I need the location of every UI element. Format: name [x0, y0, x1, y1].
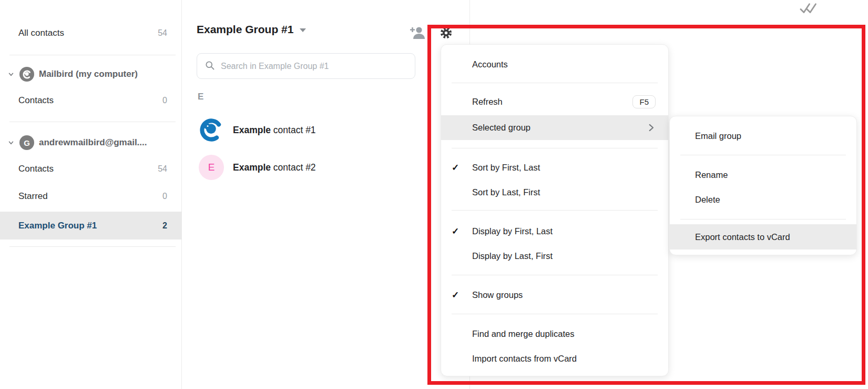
- submenu-item-rename[interactable]: Rename: [670, 162, 856, 187]
- separator: [452, 314, 658, 314]
- gear-icon[interactable]: [440, 26, 453, 42]
- divider: [9, 246, 176, 247]
- contact-row-example-1[interactable]: Example contact #1: [192, 113, 434, 147]
- google-account-avatar: G: [19, 135, 34, 150]
- menu-item-display-first-last[interactable]: ✓ Display by First, Last: [441, 218, 668, 244]
- contact-rest-name: contact #1: [271, 125, 316, 135]
- avatar-initial: E: [208, 162, 215, 173]
- sidebar-item-contacts-gmail[interactable]: Contacts 54: [0, 157, 182, 181]
- menu-label: Accounts: [472, 59, 508, 69]
- separator: [680, 155, 846, 155]
- menu-label: Sort by Last, First: [472, 187, 540, 197]
- account-name: andrewmailbird@gmail....: [39, 137, 147, 148]
- contacts-count: 0: [162, 96, 167, 105]
- dropdown-arrow-icon: [300, 28, 306, 32]
- sidebar-account-gmail[interactable]: G andrewmailbird@gmail....: [0, 131, 182, 155]
- menu-label: Refresh: [472, 97, 503, 107]
- sidebar: All contacts 54 Mailbird (my computer) C…: [0, 0, 182, 389]
- menu-label: Display by Last, First: [472, 251, 553, 261]
- menu-item-display-last-first[interactable]: Display by Last, First: [441, 243, 668, 268]
- chevron-right-icon: [647, 123, 656, 132]
- sidebar-account-mailbird[interactable]: Mailbird (my computer): [0, 62, 182, 86]
- submenu-item-email-group[interactable]: Email group: [670, 123, 856, 148]
- contacts-count: 54: [158, 164, 167, 174]
- menu-item-show-groups[interactable]: ✓ Show groups: [441, 282, 668, 307]
- contact-first-name: Example: [233, 125, 271, 135]
- contact-first-name: Example: [233, 162, 271, 173]
- menu-label: Import contacts from vCard: [472, 354, 577, 364]
- contacts-label: Contacts: [18, 164, 54, 174]
- check-icon: ✓: [452, 162, 472, 173]
- search-icon: [205, 60, 215, 73]
- group-count: 2: [162, 221, 167, 231]
- menu-item-accounts[interactable]: Accounts: [441, 52, 668, 77]
- section-letter: E: [198, 92, 203, 102]
- menu-label: Sort by First, Last: [472, 163, 540, 173]
- menu-item-selected-group[interactable]: Selected group: [441, 115, 668, 140]
- menu-label: Email group: [680, 131, 741, 141]
- menu-item-sort-first-last[interactable]: ✓ Sort by First, Last: [441, 155, 668, 180]
- page-title: Example Group #1: [197, 23, 293, 36]
- all-contacts-count: 54: [158, 28, 167, 38]
- google-avatar-letter: G: [24, 138, 30, 147]
- menu-label: Show groups: [472, 290, 523, 300]
- separator: [452, 275, 658, 275]
- sidebar-item-all-contacts[interactable]: All contacts 54: [0, 21, 182, 45]
- separator: [452, 83, 658, 83]
- contact-name: Example contact #1: [233, 125, 316, 136]
- menu-label: Find and merge duplicates: [472, 329, 574, 339]
- check-icon: ✓: [452, 226, 472, 237]
- divider: [9, 122, 176, 122]
- menu-item-sort-last-first[interactable]: Sort by Last, First: [441, 179, 668, 205]
- menu-item-refresh[interactable]: Refresh F5: [441, 89, 668, 114]
- group-label: Example Group #1: [18, 221, 97, 231]
- initial-avatar: E: [199, 155, 224, 180]
- search-box: [197, 53, 415, 79]
- mailbird-account-avatar: [19, 67, 34, 82]
- starred-count: 0: [162, 192, 167, 201]
- gear-settings-menu: Accounts Refresh F5 Selected group ✓ Sor…: [441, 44, 669, 376]
- group-title-dropdown[interactable]: Example Group #1: [197, 23, 306, 36]
- menu-item-find-merge-duplicates[interactable]: Find and merge duplicates: [441, 321, 668, 346]
- chevron-down-icon: [7, 139, 15, 146]
- sidebar-item-example-group-1[interactable]: Example Group #1 2: [0, 212, 182, 240]
- add-contact-button[interactable]: [409, 25, 427, 42]
- f5-shortcut-badge: F5: [632, 95, 656, 108]
- submenu-item-delete[interactable]: Delete: [670, 187, 856, 212]
- mailbird-logo-avatar: [199, 117, 224, 143]
- submenu-item-export-contacts-vcard[interactable]: Export contacts to vCard: [670, 224, 856, 250]
- menu-label: Display by First, Last: [472, 226, 553, 236]
- separator: [452, 210, 658, 211]
- all-contacts-label: All contacts: [18, 28, 64, 38]
- sidebar-item-starred[interactable]: Starred 0: [0, 184, 182, 208]
- check-icon: ✓: [452, 290, 472, 301]
- contacts-label: Contacts: [18, 95, 54, 106]
- menu-item-import-contacts-vcard[interactable]: Import contacts from vCard: [441, 346, 668, 371]
- contact-name: Example contact #2: [233, 162, 316, 173]
- contact-row-example-2[interactable]: E Example contact #2: [192, 151, 434, 184]
- selected-group-submenu: Email group Rename Delete Export contact…: [669, 116, 857, 255]
- starred-label: Starred: [18, 191, 48, 202]
- contact-rest-name: contact #2: [271, 162, 316, 173]
- account-name: Mailbird (my computer): [39, 69, 138, 79]
- double-check-icon[interactable]: [799, 2, 821, 17]
- menu-label: Selected group: [472, 123, 530, 133]
- search-input[interactable]: [221, 62, 407, 71]
- menu-label: Export contacts to vCard: [680, 232, 790, 242]
- separator: [680, 219, 846, 220]
- separator: [452, 148, 658, 148]
- menu-label: Rename: [680, 170, 728, 180]
- sidebar-item-contacts-local[interactable]: Contacts 0: [0, 88, 182, 113]
- menu-label: Delete: [680, 195, 720, 205]
- chevron-down-icon: [7, 71, 15, 78]
- divider: [9, 55, 176, 55]
